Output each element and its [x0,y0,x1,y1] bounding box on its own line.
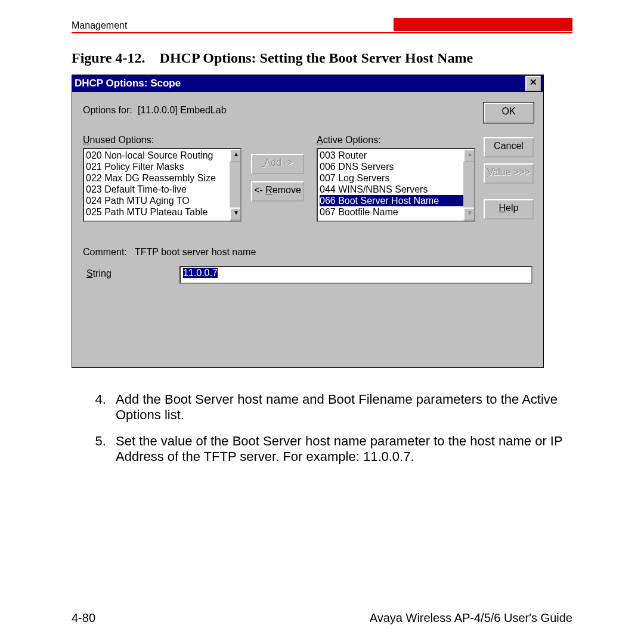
add-button[interactable]: Add -> [251,154,304,174]
page-footer: 4-80 Avaya Wireless AP-4/5/6 User's Guid… [72,611,572,625]
list-item[interactable]: 003 Router [320,150,472,161]
remove-button[interactable]: <- Remove [251,181,304,202]
list-item[interactable]: 024 Path MTU Aging TO [86,195,239,206]
list-item[interactable]: 023 Default Time-to-live [86,184,239,195]
instruction-item: Add the Boot Server host name and Boot F… [110,392,572,423]
list-item[interactable]: 022 Max DG Reassembly Size [86,172,239,184]
comment-value: TFTP boot server host name [135,247,256,258]
options-for-label: Options for: [83,105,132,116]
unused-scrollbar[interactable]: ▲ ▼ [230,149,240,221]
list-item[interactable]: 044 WINS/NBNS Servers [320,184,472,195]
ok-button[interactable]: OK [484,103,534,123]
instructions: Add the Boot Server host name and Boot F… [72,392,572,465]
scroll-down-icon[interactable]: ▼ [463,208,475,221]
list-item[interactable]: 067 Bootfile Name [320,206,472,218]
list-item[interactable]: 006 DNS Servers [320,161,472,172]
value-button[interactable]: Value >>> [484,163,534,184]
string-value: 11.0.0.7 [183,268,218,278]
dialog-body: Options for: [11.0.0.0] EmbedLab Unused … [72,92,543,367]
comment-label: Comment: [83,247,127,258]
scroll-up-icon[interactable]: ▲ [463,149,475,162]
page-header: Management [72,18,572,33]
help-button[interactable]: Help [484,199,534,219]
scroll-up-icon[interactable]: ▲ [230,149,242,162]
options-for-value: [11.0.0.0] EmbedLab [138,105,227,116]
list-item[interactable]: 025 Path MTU Plateau Table [86,206,239,218]
string-input[interactable]: 11.0.0.7 [179,266,532,284]
unused-options-listbox[interactable]: 020 Non-local Source Routing 021 Policy … [83,148,242,222]
doc-title: Avaya Wireless AP-4/5/6 User's Guide [370,611,572,625]
list-item[interactable]: 007 Log Servers [320,172,472,184]
section-title: Management [72,20,127,31]
list-item-selected[interactable]: 066 Boot Server Host Name [320,195,472,206]
header-accent-bar [394,18,572,31]
active-scrollbar[interactable]: ▲ ▼ [463,149,474,221]
figure-caption: DHCP Options: Setting the Boot Server Ho… [160,50,473,66]
string-label: String [86,268,112,279]
list-item[interactable]: 020 Non-local Source Routing [86,150,239,161]
dialog-window: DHCP Options: Scope ✕ Options for: [11.0… [72,75,544,368]
titlebar: DHCP Options: Scope ✕ [72,75,543,92]
unused-options-label: Unused Options: [83,135,154,145]
scroll-down-icon[interactable]: ▼ [230,208,242,221]
list-item[interactable]: 021 Policy Filter Masks [86,161,239,172]
cancel-button[interactable]: Cancel [484,137,534,157]
active-options-label: Active Options: [317,135,381,145]
dialog-title: DHCP Options: Scope [75,78,181,89]
figure-title: Figure 4-12. DHCP Options: Setting the B… [72,50,572,66]
instruction-item: Set the value of the Boot Server host na… [110,434,572,465]
close-icon[interactable]: ✕ [525,76,541,91]
active-options-listbox[interactable]: 003 Router 006 DNS Servers 007 Log Serve… [317,148,475,222]
figure-label: Figure 4-12. [72,50,145,66]
page-number: 4-80 [72,611,95,625]
